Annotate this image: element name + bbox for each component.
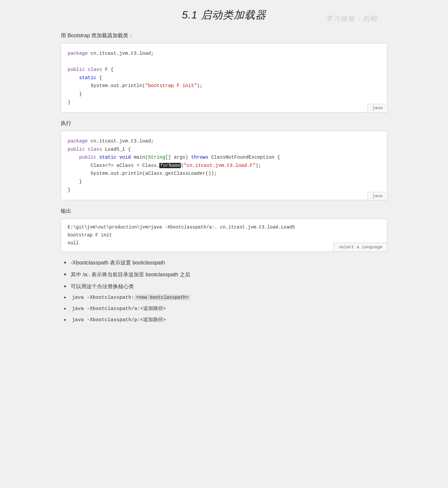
sub-bullet-2: java -Xbootclasspath/a:<追加路径> xyxy=(64,305,387,313)
string-literal-2: "cn.itcast.jvm.t3.load.F" xyxy=(184,163,256,168)
sub-bullet-text-1: java -Xbootclasspath:<new bootclasspath> xyxy=(72,295,190,300)
lang-badge-1: java xyxy=(368,104,388,113)
output-line-1: E:\git\jvm\out\production\jvm>java -Xboo… xyxy=(68,224,380,231)
code-block-1: package cn.itcast.jvm.t3.load; public cl… xyxy=(61,43,387,112)
highlight-forName: forName xyxy=(159,163,181,168)
code-content-1: package cn.itcast.jvm.t3.load; public cl… xyxy=(61,43,387,112)
output-line-2: bootstrap F init xyxy=(68,231,380,239)
bullet-list-sub: java -Xbootclasspath:<new bootclasspath>… xyxy=(61,294,387,324)
output-block: E:\git\jvm\out\production\jvm>java -Xboo… xyxy=(61,219,387,252)
keyword-public3: public xyxy=(79,155,96,160)
bullet-list-main: -Xbootclasspath 表示设置 bootclasspath 其中 /a… xyxy=(61,259,387,290)
keyword-static: static xyxy=(79,75,96,80)
code-block-2: package cn.itcast.jvm.t3.load; public cl… xyxy=(61,131,387,200)
page-title: 5.1 启动类加载器 xyxy=(61,7,387,23)
bullet-item-1: -Xbootclasspath 表示设置 bootclasspath xyxy=(64,259,387,267)
bullet-item-2: 其中 /a:. 表示将当前目录追加至 bootclasspath 之后 xyxy=(64,270,387,279)
lang-badge-2: java xyxy=(368,192,388,201)
intro-text: 用 Bootstrap 类加载器加载类： xyxy=(61,31,387,40)
bullet-item-3: 可以用这个办法替换核心类 xyxy=(64,282,387,291)
string-literal-1: "bootstrap F init" xyxy=(145,83,197,88)
sub-bullet-text-2: java -Xbootclasspath/a:<追加路径> xyxy=(72,306,166,312)
keyword-package: package xyxy=(68,51,88,56)
keyword-throws: throws xyxy=(191,155,208,160)
section-output: 输出 xyxy=(61,207,387,215)
keyword-package2: package xyxy=(68,138,88,144)
sub-bullet-text-3: java -Xbootclasspath/p:<追加路径> xyxy=(72,317,166,323)
keyword-public2: public xyxy=(68,147,85,152)
keyword-class: class xyxy=(88,67,102,72)
sub-bullet-1: java -Xbootclasspath:<new bootclasspath> xyxy=(64,294,387,302)
code-inline-1: <new bootclasspath> xyxy=(134,294,190,300)
sub-bullet-3: java -Xbootclasspath/p:<追加路径> xyxy=(64,316,387,324)
keyword-class2: class xyxy=(88,147,102,152)
keyword-public: public xyxy=(68,67,85,72)
keyword-static2: static xyxy=(99,155,116,160)
output-lang-badge: select a language xyxy=(334,243,387,252)
section-execute: 执行 xyxy=(61,119,387,128)
keyword-void: void xyxy=(119,155,131,160)
type-string: String xyxy=(148,155,165,160)
bullet-text-3: 可以用这个办法替换核心类 xyxy=(71,284,134,289)
code-content-2: package cn.itcast.jvm.t3.load; public cl… xyxy=(61,131,387,200)
bullet-text-2: 其中 /a:. 表示将当前目录追加至 bootclasspath 之后 xyxy=(71,272,190,277)
bullet-text-1: -Xbootclasspath 表示设置 bootclasspath xyxy=(71,260,165,265)
